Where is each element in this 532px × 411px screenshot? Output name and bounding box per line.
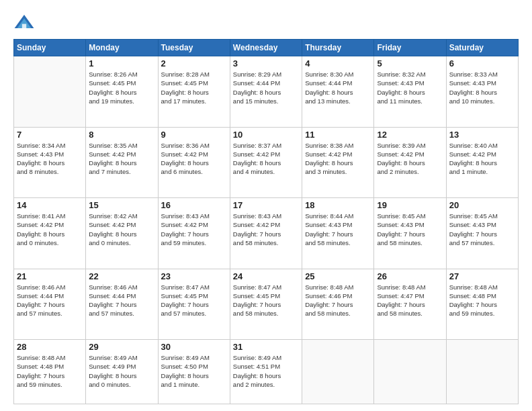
cell-info-text: Sunrise: 8:26 AM Sunset: 4:45 PM Dayligh… [89,70,154,105]
cell-info-text: Sunrise: 8:43 AM Sunset: 4:42 PM Dayligh… [161,212,227,247]
calendar-row-1: 1Sunrise: 8:26 AM Sunset: 4:45 PM Daylig… [14,56,519,128]
cell-date-number: 5 [377,58,443,68]
cell-info-text: Sunrise: 8:35 AM Sunset: 4:42 PM Dayligh… [89,141,154,177]
cell-date-number: 29 [89,342,154,352]
cell-info-text: Sunrise: 8:43 AM Sunset: 4:42 PM Dayligh… [233,212,299,247]
calendar-header-row: SundayMondayTuesdayWednesdayThursdayFrid… [14,40,519,56]
calendar-cell: 23Sunrise: 8:47 AM Sunset: 4:45 PM Dayli… [158,269,230,340]
weekday-header-tuesday: Tuesday [158,40,230,56]
cell-date-number: 17 [233,200,299,210]
cell-date-number: 18 [305,200,371,210]
calendar-cell: 4Sunrise: 8:30 AM Sunset: 4:44 PM Daylig… [302,56,374,128]
cell-info-text: Sunrise: 8:46 AM Sunset: 4:44 PM Dayligh… [17,283,83,318]
cell-date-number: 20 [449,200,515,210]
cell-date-number: 9 [161,130,227,140]
calendar-cell [374,340,446,404]
cell-date-number: 10 [233,130,299,140]
cell-date-number: 8 [89,130,154,140]
cell-info-text: Sunrise: 8:49 AM Sunset: 4:50 PM Dayligh… [161,353,227,389]
cell-info-text: Sunrise: 8:32 AM Sunset: 4:43 PM Dayligh… [377,70,443,105]
calendar-cell: 16Sunrise: 8:43 AM Sunset: 4:42 PM Dayli… [158,198,230,269]
calendar-cell: 10Sunrise: 8:37 AM Sunset: 4:42 PM Dayli… [230,127,302,198]
calendar-cell: 24Sunrise: 8:47 AM Sunset: 4:45 PM Dayli… [230,269,302,340]
cell-info-text: Sunrise: 8:48 AM Sunset: 4:46 PM Dayligh… [305,283,371,318]
cell-date-number: 3 [233,58,299,68]
calendar-cell: 20Sunrise: 8:45 AM Sunset: 4:43 PM Dayli… [446,198,518,269]
weekday-header-wednesday: Wednesday [230,40,302,56]
cell-info-text: Sunrise: 8:28 AM Sunset: 4:45 PM Dayligh… [161,70,227,105]
cell-date-number: 4 [305,58,371,68]
calendar-cell: 21Sunrise: 8:46 AM Sunset: 4:44 PM Dayli… [14,269,86,340]
calendar-cell: 29Sunrise: 8:49 AM Sunset: 4:49 PM Dayli… [86,340,158,404]
calendar-cell: 6Sunrise: 8:33 AM Sunset: 4:43 PM Daylig… [446,56,518,128]
cell-info-text: Sunrise: 8:40 AM Sunset: 4:42 PM Dayligh… [449,141,515,177]
calendar-cell: 30Sunrise: 8:49 AM Sunset: 4:50 PM Dayli… [158,340,230,404]
cell-date-number: 15 [89,200,154,210]
cell-date-number: 19 [377,200,443,210]
calendar-cell: 13Sunrise: 8:40 AM Sunset: 4:42 PM Dayli… [446,127,518,198]
calendar-cell: 19Sunrise: 8:45 AM Sunset: 4:43 PM Dayli… [374,198,446,269]
cell-date-number: 25 [305,271,371,281]
cell-date-number: 31 [233,342,299,352]
cell-date-number: 27 [449,271,515,281]
cell-info-text: Sunrise: 8:47 AM Sunset: 4:45 PM Dayligh… [161,283,227,318]
calendar-cell: 26Sunrise: 8:48 AM Sunset: 4:47 PM Dayli… [374,269,446,340]
cell-info-text: Sunrise: 8:49 AM Sunset: 4:49 PM Dayligh… [89,353,154,389]
cell-info-text: Sunrise: 8:38 AM Sunset: 4:42 PM Dayligh… [305,141,371,177]
cell-date-number: 7 [17,130,83,140]
cell-date-number: 13 [449,130,515,140]
cell-date-number: 22 [89,271,154,281]
calendar-cell: 14Sunrise: 8:41 AM Sunset: 4:42 PM Dayli… [14,198,86,269]
calendar-cell: 28Sunrise: 8:48 AM Sunset: 4:48 PM Dayli… [14,340,86,404]
calendar-cell: 15Sunrise: 8:42 AM Sunset: 4:42 PM Dayli… [86,198,158,269]
cell-date-number: 2 [161,58,227,68]
logo-icon [13,12,35,34]
calendar-cell: 8Sunrise: 8:35 AM Sunset: 4:42 PM Daylig… [86,127,158,198]
cell-date-number: 1 [89,58,154,68]
calendar-cell: 12Sunrise: 8:39 AM Sunset: 4:42 PM Dayli… [374,127,446,198]
cell-date-number: 12 [377,130,443,140]
cell-date-number: 6 [449,58,515,68]
cell-date-number: 26 [377,271,443,281]
cell-info-text: Sunrise: 8:41 AM Sunset: 4:42 PM Dayligh… [17,212,83,247]
calendar-cell: 31Sunrise: 8:49 AM Sunset: 4:51 PM Dayli… [230,340,302,404]
cell-info-text: Sunrise: 8:36 AM Sunset: 4:42 PM Dayligh… [161,141,227,177]
calendar-cell [302,340,374,404]
calendar-row-3: 14Sunrise: 8:41 AM Sunset: 4:42 PM Dayli… [14,198,519,269]
cell-info-text: Sunrise: 8:48 AM Sunset: 4:48 PM Dayligh… [449,283,515,318]
weekday-header-sunday: Sunday [14,40,86,56]
calendar-cell: 5Sunrise: 8:32 AM Sunset: 4:43 PM Daylig… [374,56,446,128]
cell-info-text: Sunrise: 8:34 AM Sunset: 4:43 PM Dayligh… [17,141,83,177]
calendar-cell: 17Sunrise: 8:43 AM Sunset: 4:42 PM Dayli… [230,198,302,269]
calendar-cell: 22Sunrise: 8:46 AM Sunset: 4:44 PM Dayli… [86,269,158,340]
cell-info-text: Sunrise: 8:46 AM Sunset: 4:44 PM Dayligh… [89,283,154,318]
cell-info-text: Sunrise: 8:42 AM Sunset: 4:42 PM Dayligh… [89,212,154,247]
cell-info-text: Sunrise: 8:47 AM Sunset: 4:45 PM Dayligh… [233,283,299,318]
cell-date-number: 23 [161,271,227,281]
svg-rect-2 [22,24,26,28]
page: SundayMondayTuesdayWednesdayThursdayFrid… [0,0,532,411]
cell-info-text: Sunrise: 8:45 AM Sunset: 4:43 PM Dayligh… [449,212,515,247]
cell-info-text: Sunrise: 8:44 AM Sunset: 4:43 PM Dayligh… [305,212,371,247]
cell-date-number: 16 [161,200,227,210]
calendar-cell: 18Sunrise: 8:44 AM Sunset: 4:43 PM Dayli… [302,198,374,269]
calendar-row-2: 7Sunrise: 8:34 AM Sunset: 4:43 PM Daylig… [14,127,519,198]
calendar-cell: 3Sunrise: 8:29 AM Sunset: 4:44 PM Daylig… [230,56,302,128]
cell-info-text: Sunrise: 8:49 AM Sunset: 4:51 PM Dayligh… [233,353,299,389]
cell-info-text: Sunrise: 8:29 AM Sunset: 4:44 PM Dayligh… [233,70,299,105]
calendar-table: SundayMondayTuesdayWednesdayThursdayFrid… [13,39,519,404]
calendar-cell: 2Sunrise: 8:28 AM Sunset: 4:45 PM Daylig… [158,56,230,128]
calendar-cell: 9Sunrise: 8:36 AM Sunset: 4:42 PM Daylig… [158,127,230,198]
cell-date-number: 21 [17,271,83,281]
cell-info-text: Sunrise: 8:48 AM Sunset: 4:47 PM Dayligh… [377,283,443,318]
weekday-header-monday: Monday [86,40,158,56]
cell-date-number: 14 [17,200,83,210]
calendar-cell [14,56,86,128]
calendar-cell: 25Sunrise: 8:48 AM Sunset: 4:46 PM Dayli… [302,269,374,340]
cell-info-text: Sunrise: 8:37 AM Sunset: 4:42 PM Dayligh… [233,141,299,177]
cell-info-text: Sunrise: 8:33 AM Sunset: 4:43 PM Dayligh… [449,70,515,105]
cell-date-number: 28 [17,342,83,352]
header [13,12,519,34]
weekday-header-saturday: Saturday [446,40,518,56]
calendar-cell: 27Sunrise: 8:48 AM Sunset: 4:48 PM Dayli… [446,269,518,340]
